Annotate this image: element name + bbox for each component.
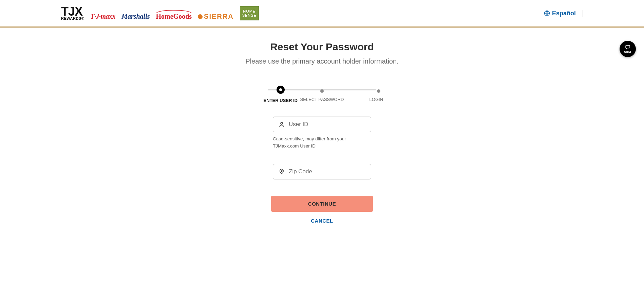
reset-form: Case-sensitive, may differ from your TJM… (273, 117, 371, 179)
step-enter-user-id: ENTER USER ID (261, 86, 300, 103)
user-icon (279, 121, 285, 127)
brand-marshalls[interactable]: Marshalls (121, 13, 150, 20)
chat-label: CHAT (624, 50, 631, 53)
step-label: LOGIN (370, 97, 383, 102)
brand-sierra[interactable]: SIERRA (198, 13, 234, 20)
svg-point-2 (281, 170, 282, 172)
continue-button[interactable]: CONTINUE (271, 196, 373, 212)
user-id-hint: Case-sensitive, may differ from your TJM… (273, 136, 371, 150)
brand-row: TJX REWARDS® T·J·maxx Marshalls HomeGood… (61, 6, 259, 20)
step-dot-icon (320, 89, 324, 93)
user-id-field-wrap[interactable] (273, 117, 371, 132)
step-label: SELECT PASSWORD (300, 97, 344, 102)
brand-homegoods[interactable]: HomeGoods (156, 13, 192, 20)
sun-icon (198, 14, 203, 19)
svg-point-1 (281, 122, 283, 124)
user-id-input[interactable] (289, 121, 365, 128)
tjx-logo-sub: REWARDS® (61, 16, 84, 20)
zip-code-input[interactable] (289, 168, 365, 175)
step-label: ENTER USER ID (264, 98, 298, 103)
chat-button[interactable]: CHAT (620, 41, 636, 57)
language-label: Español (552, 10, 576, 17)
main-content: Reset Your Password Please use the prima… (159, 28, 485, 244)
chat-icon (625, 45, 631, 50)
tjx-logo-main: TJX (61, 6, 82, 17)
header: TJX REWARDS® T·J·maxx Marshalls HomeGood… (0, 0, 644, 28)
cancel-button[interactable]: CANCEL (311, 218, 333, 224)
step-login: LOGIN (344, 87, 383, 102)
brand-tjmaxx[interactable]: T·J·maxx (90, 13, 115, 20)
step-select-password: SELECT PASSWORD (300, 87, 344, 102)
brand-homesense[interactable]: HOMESENSE (240, 6, 259, 20)
zip-field-wrap[interactable] (273, 164, 371, 179)
svg-rect-3 (626, 46, 630, 48)
progress-stepper: ENTER USER ID SELECT PASSWORD LOGIN (261, 86, 383, 103)
location-pin-icon (279, 169, 285, 175)
page-subtitle: Please use the primary account holder in… (166, 57, 478, 65)
step-dot-icon (377, 89, 380, 93)
tjx-rewards-logo[interactable]: TJX REWARDS® (61, 6, 84, 20)
language-switch[interactable]: Español (544, 10, 583, 17)
globe-icon (544, 10, 550, 16)
step-dot-icon (277, 86, 285, 94)
page-title: Reset Your Password (166, 41, 478, 53)
